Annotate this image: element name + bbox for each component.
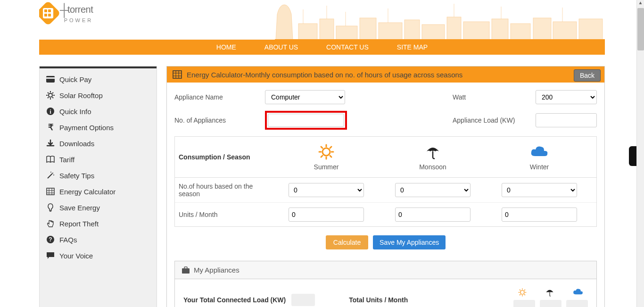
appliance-name-label: Appliance Name: [174, 93, 259, 101]
sidebar-item-label: Save Energy: [59, 204, 100, 212]
card-icon: [46, 75, 55, 83]
svg-rect-2: [336, 26, 357, 40]
side-tab[interactable]: [629, 146, 636, 166]
svg-line-70: [524, 294, 525, 295]
no-appliances-highlight: [265, 111, 347, 130]
hours-summer-select[interactable]: 0: [289, 183, 364, 197]
help-icon: ?: [46, 235, 55, 244]
panel-body: Appliance Name Computer Watt 200 No. of …: [166, 83, 605, 307]
hours-monsoon-select[interactable]: 0: [395, 183, 471, 197]
svg-rect-8: [463, 22, 489, 40]
wand-icon: [46, 171, 55, 180]
grid-icon: [46, 187, 55, 196]
units-winter-input[interactable]: [502, 207, 577, 222]
svg-rect-11: [533, 18, 551, 40]
nav-bar: HOME ABOUT US CONTACT US SITE MAP: [39, 40, 605, 55]
sidebar-item-solar[interactable]: Solar Rooftop: [40, 87, 157, 103]
hours-label: No.of hours based on the season: [179, 183, 273, 198]
sidebar-item-faqs[interactable]: ?FAQs: [40, 232, 157, 248]
nav-sitemap[interactable]: SITE MAP: [397, 43, 428, 51]
sidebar-item-quick-pay[interactable]: Quick Pay: [40, 71, 157, 87]
sidebar-item-label: Downloads: [59, 140, 94, 148]
season-header-label: Consumption / Season: [179, 153, 273, 161]
svg-rect-39: [47, 188, 54, 195]
scroll-up-icon[interactable]: ▲: [637, 0, 644, 8]
monsoon-total-box: [540, 300, 561, 307]
chat-icon: [46, 251, 55, 260]
panel-title: Energy Calculator-Monthly consumption ba…: [166, 66, 605, 83]
svg-rect-4: [379, 23, 402, 40]
svg-line-71: [524, 290, 525, 290]
sidebar-item-quick-info[interactable]: iQuick Info: [40, 103, 157, 119]
svg-line-30: [52, 97, 53, 98]
svg-line-72: [520, 294, 520, 295]
umbrella-icon: [545, 288, 554, 297]
back-button[interactable]: Back: [574, 69, 601, 82]
nav-contact[interactable]: CONTACT US: [326, 43, 369, 51]
sidebar-item-label: Safety Tips: [59, 172, 94, 180]
sidebar-item-save-energy[interactable]: Save Energy: [40, 199, 157, 216]
svg-rect-22: [46, 76, 55, 83]
appliance-name-select[interactable]: Computer: [265, 90, 345, 104]
sidebar-item-report-theft[interactable]: Report Theft: [40, 216, 157, 232]
grid-icon: [173, 70, 182, 79]
calculate-button[interactable]: Calculate: [326, 235, 368, 249]
gear-icon: [46, 91, 55, 100]
sidebar-item-your-voice[interactable]: Your Voice: [40, 248, 157, 264]
sidebar-item-label: Your Voice: [59, 252, 93, 260]
total-load-value: [291, 294, 315, 306]
svg-line-29: [48, 92, 49, 93]
save-appliances-button[interactable]: Save My Appliances: [373, 235, 446, 249]
scrollbar[interactable]: ▲: [636, 0, 644, 307]
cloud-icon: [572, 288, 584, 297]
watt-select[interactable]: 200: [536, 90, 597, 104]
svg-rect-13: [579, 19, 603, 40]
sidebar-item-label: FAQs: [59, 236, 77, 244]
svg-line-32: [48, 97, 49, 98]
book-icon: [46, 155, 55, 164]
logo[interactable]: ┼torrent POWER: [39, 3, 93, 23]
sidebar-item-safety[interactable]: Safety Tips: [40, 167, 157, 183]
season-col-monsoon: Monsoon: [380, 143, 486, 171]
svg-point-36: [52, 173, 53, 174]
skyline-decoration: [237, 0, 605, 40]
sidebar-item-label: Solar Rooftop: [59, 91, 103, 100]
svg-rect-1: [320, 19, 334, 40]
svg-text:i: i: [50, 108, 51, 115]
winter-total-box: [566, 300, 588, 307]
svg-rect-9: [492, 19, 508, 40]
sidebar-item-label: Payment Options: [59, 124, 114, 132]
bulb-icon: [46, 203, 55, 212]
sun-icon: [273, 143, 380, 160]
units-monsoon-input[interactable]: [395, 207, 471, 222]
header-banner: ┼torrent POWER: [39, 0, 605, 40]
svg-rect-0: [298, 24, 317, 40]
svg-rect-7: [447, 17, 461, 40]
sidebar-item-label: Quick Info: [59, 108, 91, 116]
units-summer-input[interactable]: [289, 207, 364, 222]
sidebar-item-energy-calc[interactable]: Energy Calculator: [40, 183, 157, 199]
download-icon: [46, 139, 55, 148]
sidebar-item-label: Tariff: [59, 156, 74, 164]
sidebar-item-tariff[interactable]: Tariff: [40, 151, 157, 167]
briefcase-icon: [182, 266, 190, 274]
panel-title-text: Energy Calculator-Monthly consumption ba…: [187, 71, 462, 79]
svg-point-52: [322, 148, 330, 156]
svg-rect-6: [422, 25, 445, 40]
nav-about[interactable]: ABOUT US: [264, 43, 298, 51]
scrollbar-thumb[interactable]: [637, 8, 644, 50]
no-appliances-input[interactable]: [268, 114, 344, 127]
cloud-icon: [486, 143, 593, 160]
season-col-winter: Winter: [486, 143, 593, 171]
sidebar-item-payment[interactable]: ₹Payment Options: [40, 119, 157, 135]
watt-label: Watt: [453, 93, 528, 101]
total-units-label: Total Units / Month: [349, 296, 408, 304]
svg-rect-12: [553, 22, 577, 40]
nav-home[interactable]: HOME: [216, 43, 236, 51]
hours-winter-select[interactable]: 0: [502, 183, 577, 197]
sun-icon: [518, 288, 527, 297]
rupee-icon: ₹: [46, 123, 55, 132]
appliance-load-input[interactable]: [536, 113, 597, 127]
logo-text: ┼torrent POWER: [60, 3, 93, 23]
sidebar-item-downloads[interactable]: Downloads: [40, 135, 157, 151]
